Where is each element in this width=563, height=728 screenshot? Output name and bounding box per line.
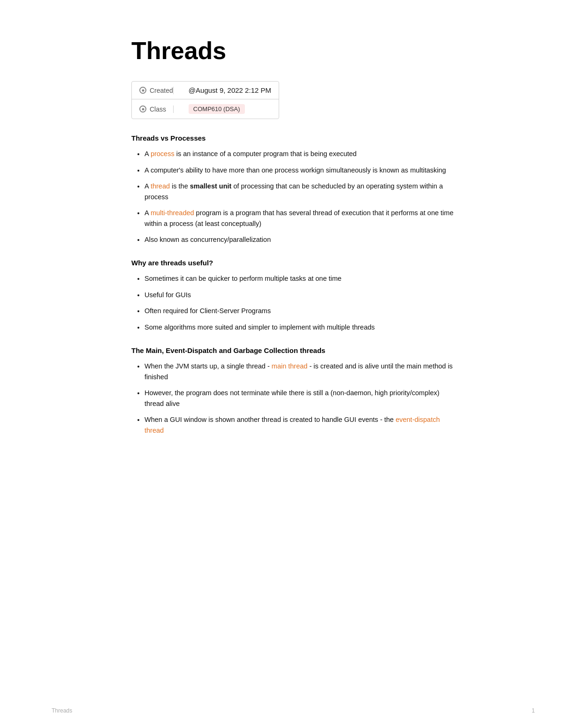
highlight-main-thread: main thread xyxy=(272,362,308,370)
metadata-table: Created @August 9, 2022 2:12 PM Class CO… xyxy=(131,81,279,119)
section-heading-threads-vs-processes: Threads vs Processes xyxy=(131,134,455,142)
list-item: A multi-threaded program is a program th… xyxy=(145,208,455,229)
list-item: When the JVM starts up, a single thread … xyxy=(145,361,455,382)
footer-page-number: 1 xyxy=(532,707,535,714)
section-main-event-gc: The Main, Event-Dispatch and Garbage Col… xyxy=(131,346,455,435)
section-heading-main-event-gc: The Main, Event-Dispatch and Garbage Col… xyxy=(131,346,455,354)
list-item: Also known as concurrency/parallelizatio… xyxy=(145,234,455,245)
created-value-cell: @August 9, 2022 2:12 PM xyxy=(181,82,279,99)
list-item: Some algorithms more suited and simpler … xyxy=(145,322,455,332)
class-label: Class xyxy=(150,105,166,113)
bullet-list-why-threads: Sometimes it can be quicker to perform m… xyxy=(131,273,455,332)
page-title: Threads xyxy=(131,38,455,64)
metadata-row-created: Created @August 9, 2022 2:12 PM xyxy=(132,82,279,99)
page-footer: Threads 1 xyxy=(52,707,535,714)
bullet-list-main-event-gc: When the JVM starts up, a single thread … xyxy=(131,361,455,435)
section-threads-vs-processes: Threads vs Processes A process is an ins… xyxy=(131,134,455,245)
highlight-multi-threaded: multi-threaded xyxy=(151,209,194,217)
footer-label: Threads xyxy=(52,707,72,714)
highlight-process: process xyxy=(151,150,175,158)
list-item: Often required for Client-Server Program… xyxy=(145,306,455,316)
highlight-thread: thread xyxy=(151,182,170,190)
class-badge: COMP610 (DSA) xyxy=(189,104,245,114)
list-item: A thread is the smallest unit of process… xyxy=(145,181,455,202)
metadata-row-class: Class COMP610 (DSA) xyxy=(132,99,279,119)
highlight-event-dispatch-thread: event-dispatch thread xyxy=(145,416,440,434)
created-icon xyxy=(139,87,146,94)
section-heading-why-threads: Why are threads useful? xyxy=(131,259,455,267)
list-item: However, the program does not terminate … xyxy=(145,388,455,409)
created-label: Created xyxy=(150,87,173,94)
class-value-cell: COMP610 (DSA) xyxy=(181,99,279,119)
class-label-cell: Class xyxy=(132,99,181,119)
list-item: Useful for GUIs xyxy=(145,290,455,300)
bullet-list-threads-vs-processes: A process is an instance of a computer p… xyxy=(131,149,455,245)
class-icon xyxy=(139,105,146,113)
created-label-cell: Created xyxy=(132,82,181,99)
list-item: When a GUI window is shown another threa… xyxy=(145,414,455,435)
list-item: Sometimes it can be quicker to perform m… xyxy=(145,273,455,284)
list-item: A process is an instance of a computer p… xyxy=(145,149,455,159)
list-item: A computer's ability to have more than o… xyxy=(145,165,455,175)
section-why-threads-useful: Why are threads useful? Sometimes it can… xyxy=(131,259,455,332)
